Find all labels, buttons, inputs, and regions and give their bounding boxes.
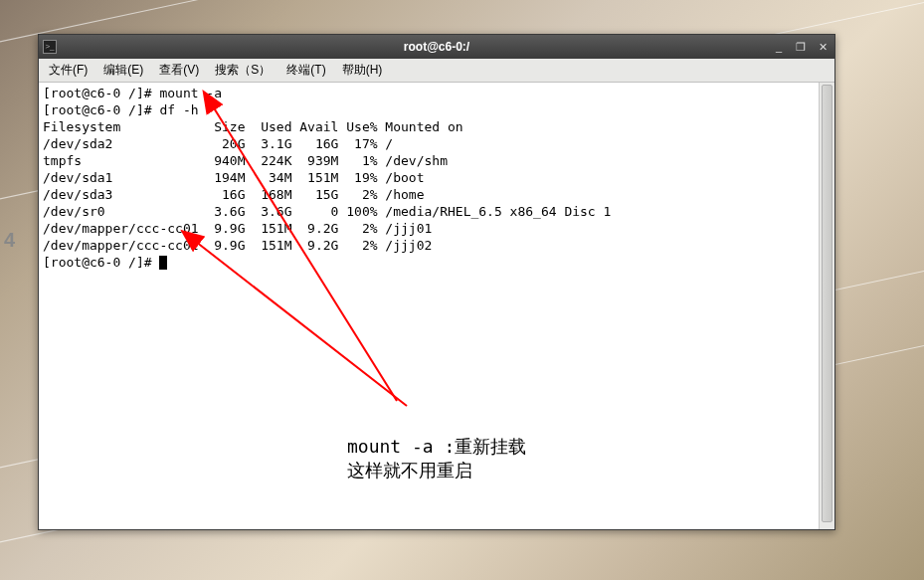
close-button[interactable]: ✕ <box>815 39 831 55</box>
window-controls: _ ❐ ✕ <box>771 39 831 55</box>
term-line: /dev/sda3 16G 168M 15G 2% /home <box>43 187 425 202</box>
terminal-area: [root@c6-0 /]# mount -a [root@c6-0 /]# d… <box>39 83 834 529</box>
term-line: [root@c6-0 /]# mount -a <box>43 86 222 100</box>
terminal-window: >_ root@c6-0:/ _ ❐ ✕ 文件(F) 编辑(E) 查看(V) 搜… <box>38 34 835 530</box>
term-line: Filesystem Size Used Avail Use% Mounted … <box>43 119 463 134</box>
menu-search[interactable]: 搜索（S） <box>207 60 278 81</box>
menubar: 文件(F) 编辑(E) 查看(V) 搜索（S） 终端(T) 帮助(H) <box>39 59 834 83</box>
menu-terminal[interactable]: 终端(T) <box>278 60 333 81</box>
term-line: [root@c6-0 /]# df -h <box>43 102 199 117</box>
titlebar[interactable]: >_ root@c6-0:/ _ ❐ ✕ <box>39 35 834 59</box>
term-line: /dev/sr0 3.6G 3.6G 0 100% /media/RHEL_6.… <box>43 204 611 219</box>
term-line: /dev/sda1 194M 34M 151M 19% /boot <box>43 170 425 185</box>
scrollbar-thumb[interactable] <box>822 85 832 522</box>
terminal-icon: >_ <box>43 40 57 54</box>
term-line: /dev/sda2 20G 3.1G 16G 17% / <box>43 136 393 151</box>
annotation-text: mount -a :重新挂载 这样就不用重启 <box>347 411 526 483</box>
terminal-content[interactable]: [root@c6-0 /]# mount -a [root@c6-0 /]# d… <box>39 83 819 529</box>
window-title: root@c6-0:/ <box>39 40 834 54</box>
annotation-line1: mount -a :重新挂载 <box>347 436 526 457</box>
menu-view[interactable]: 查看(V) <box>151 60 207 81</box>
minimize-button[interactable]: _ <box>771 39 787 55</box>
term-prompt: [root@c6-0 /]# <box>43 255 159 270</box>
cursor <box>159 256 167 270</box>
svg-line-3 <box>196 242 407 406</box>
annotation-line2: 这样就不用重启 <box>347 460 472 481</box>
menu-edit[interactable]: 编辑(E) <box>95 60 151 81</box>
watermark-number: 4 <box>4 229 15 252</box>
scrollbar[interactable] <box>819 83 834 529</box>
maximize-button[interactable]: ❐ <box>793 39 809 55</box>
term-line: /dev/mapper/ccc-cc01 9.9G 151M 9.2G 2% /… <box>43 221 432 236</box>
menu-file[interactable]: 文件(F) <box>41 60 95 81</box>
menu-help[interactable]: 帮助(H) <box>334 60 391 81</box>
term-line: /dev/mapper/ccc-cc02 9.9G 151M 9.2G 2% /… <box>43 238 432 253</box>
term-line: tmpfs 940M 224K 939M 1% /dev/shm <box>43 153 448 168</box>
